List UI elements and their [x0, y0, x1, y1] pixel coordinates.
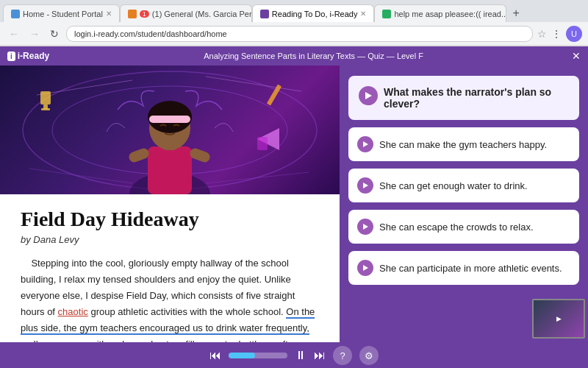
svg-rect-13 — [148, 146, 192, 194]
forward-button[interactable]: → — [26, 26, 43, 41]
svg-line-3 — [206, 77, 301, 91]
bookmark-icon[interactable]: ☆ — [537, 28, 547, 40]
skip-forward-button[interactable]: ⏭ — [314, 349, 326, 362]
quiz-option-3[interactable]: She can escape the crowds to relax. — [348, 210, 579, 244]
help-button[interactable]: ? — [333, 346, 352, 365]
svg-rect-18 — [127, 147, 150, 164]
nav-bar: ← → ↻ ☆ ⋮ U — [0, 22, 588, 46]
option1-sound-icon[interactable] — [357, 136, 373, 152]
iready-logo-text: i-Ready — [18, 51, 49, 61]
quiz-option-2[interactable]: She can get enough water to drink. — [348, 169, 579, 202]
option2-sound-icon[interactable] — [357, 177, 373, 194]
tab-general[interactable]: 1 (1) General (Ms. Garcia Perio... ✕ — [120, 4, 252, 22]
svg-rect-6 — [40, 91, 51, 105]
video-icon: ▶ — [556, 315, 562, 322]
close-button[interactable]: ✕ — [572, 50, 581, 62]
story-illustration — [0, 66, 340, 194]
story-chaotic-word: chaotic — [58, 306, 88, 317]
iready-header: i i-Ready Analyzing Sentence Parts in Li… — [0, 46, 588, 66]
svg-rect-11 — [257, 137, 268, 150]
quiz-option-4[interactable]: She can participate in more athletic eve… — [348, 251, 579, 285]
story-body-p2: group athletic activities with the whole… — [88, 306, 287, 317]
svg-line-5 — [206, 172, 309, 183]
back-button[interactable]: ← — [6, 26, 22, 41]
quiz-option-2-text: She can get enough water to drink. — [379, 180, 528, 191]
extension-icon[interactable]: ⋮ — [551, 28, 562, 40]
story-body: Stepping into the cool, gloriously empty… — [21, 255, 319, 342]
quiz-title: Analyzing Sentence Parts in Literary Tex… — [60, 52, 567, 60]
bottom-bar: ⏮ ⏸ ⏭ ? ⚙ — [0, 342, 588, 368]
nav-icons: ⋮ U — [551, 26, 582, 42]
svg-rect-9 — [267, 85, 282, 106]
play-triangle-1 — [363, 141, 368, 147]
tab-home[interactable]: Home - Student Portal ✕ — [3, 4, 120, 22]
browser-chrome: Home - Student Portal ✕ 1 (1) General (M… — [0, 0, 588, 46]
option3-sound-icon[interactable] — [357, 219, 373, 235]
iready-logo: i i-Ready — [7, 51, 49, 61]
quiz-option-4-text: She can participate in more athletic eve… — [379, 263, 562, 274]
tab-new[interactable]: + — [506, 4, 525, 22]
tab-help-label: help me asap pleasee:(( iread... — [394, 10, 506, 18]
quiz-question-text: What makes the narrator's plan so clever… — [384, 86, 569, 110]
story-text-area: Field Day Hideaway by Dana Levy Stepping… — [0, 194, 340, 342]
tab-reading-favicon — [260, 10, 269, 18]
tab-home-close[interactable]: ✕ — [106, 10, 112, 18]
play-triangle — [365, 92, 372, 99]
play-triangle-4 — [363, 265, 368, 271]
play-triangle-3 — [363, 224, 368, 230]
video-thumbnail[interactable]: ▶ — [532, 299, 585, 339]
pause-button[interactable]: ⏸ — [295, 349, 306, 362]
tab-general-badge: 1 — [140, 10, 149, 18]
option4-sound-icon[interactable] — [357, 260, 373, 276]
svg-rect-19 — [188, 147, 211, 164]
tab-reading-close[interactable]: ✕ — [360, 10, 366, 18]
story-title: Field Day Hideaway — [21, 208, 319, 231]
app-container: i i-Ready Analyzing Sentence Parts in Li… — [0, 46, 588, 368]
tab-home-label: Home - Student Portal — [23, 10, 103, 18]
story-panel: Field Day Hideaway by Dana Levy Stepping… — [0, 66, 340, 342]
question-sound-icon[interactable] — [359, 86, 378, 105]
progress-bar-track[interactable] — [229, 353, 287, 358]
main-content: Field Day Hideaway by Dana Levy Stepping… — [0, 66, 588, 342]
tab-bar: Home - Student Portal ✕ 1 (1) General (M… — [0, 0, 588, 22]
reload-button[interactable]: ↻ — [47, 26, 62, 41]
profile-avatar[interactable]: U — [566, 26, 582, 42]
play-triangle-2 — [363, 183, 368, 188]
svg-rect-8 — [41, 108, 50, 110]
quiz-option-1-text: She can make the gym teachers happy. — [379, 139, 547, 150]
address-bar[interactable] — [66, 26, 533, 42]
story-author: by Dana Levy — [21, 234, 319, 245]
tab-reading[interactable]: Reading To Do, i-Ready ✕ — [252, 4, 375, 22]
svg-rect-17 — [149, 116, 190, 123]
settings-button[interactable]: ⚙ — [359, 346, 379, 365]
skip-back-button[interactable]: ⏮ — [209, 349, 221, 362]
quiz-option-3-text: She can escape the crowds to relax. — [379, 222, 534, 233]
svg-line-4 — [29, 169, 132, 183]
quiz-option-1[interactable]: She can make the gym teachers happy. — [348, 127, 579, 161]
illustration-svg — [0, 66, 340, 194]
iready-logo-icon: i — [7, 52, 15, 61]
tab-favicon — [11, 10, 20, 18]
tab-general-favicon — [128, 10, 137, 18]
video-preview: ▶ — [534, 300, 584, 337]
tab-help-favicon — [382, 10, 391, 18]
tab-help[interactable]: help me asap pleasee:(( iread... ✕ — [374, 4, 506, 22]
progress-bar-fill — [229, 353, 255, 358]
tab-reading-label: Reading To Do, i-Ready — [272, 10, 358, 18]
quiz-question: What makes the narrator's plan so clever… — [348, 76, 579, 120]
tab-general-label: (1) General (Ms. Garcia Perio... — [152, 10, 252, 18]
